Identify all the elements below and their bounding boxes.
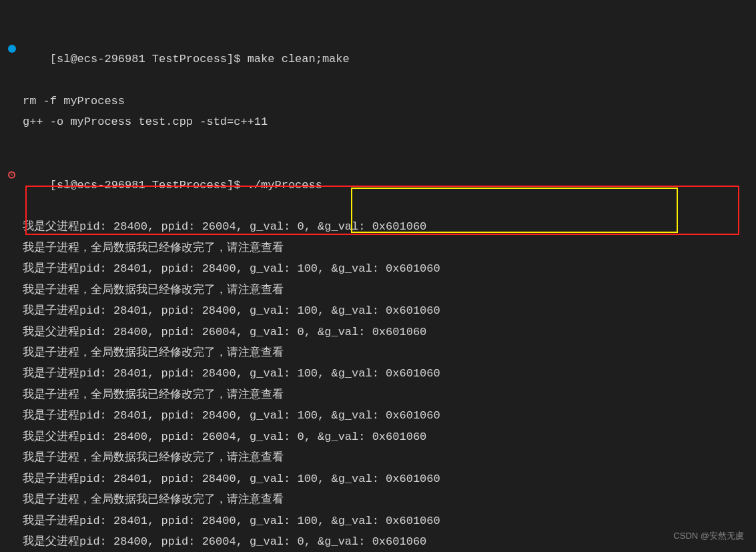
terminal-line: 我是子进程pid: 28401, ppid: 28400, g_val: 100…: [7, 258, 749, 279]
output-text: 我是子进程pid: 28401, ppid: 28400, g_val: 100…: [23, 367, 440, 380]
error-dot-icon: [8, 171, 15, 178]
terminal-line: 我是子进程pid: 28401, ppid: 28400, g_val: 100…: [7, 511, 749, 531]
watermark-text: CSDN @安然无虞: [673, 528, 744, 544]
terminal-line: 我是父进程pid: 28400, ppid: 26004, g_val: 0, …: [7, 322, 749, 342]
output-text: rm -f myProcess: [23, 95, 125, 107]
terminal[interactable]: [sl@ecs-296981 TestProcess]$ make clean;…: [7, 7, 749, 552]
terminal-line: 我是子进程，全局数据我已经修改完了，请注意查看: [7, 342, 749, 363]
terminal-line: 我是子进程pid: 28401, ppid: 28400, g_val: 100…: [7, 300, 749, 321]
output-text: 我是子进程pid: 28401, ppid: 28400, g_val: 100…: [23, 473, 440, 485]
output-text: 我是父进程pid: 28400, ppid: 26004, g_val: 0, …: [23, 535, 426, 548]
terminal-line: 我是子进程，全局数据我已经修改完了，请注意查看: [7, 238, 749, 258]
terminal-line: 我是子进程pid: 28401, ppid: 28400, g_val: 100…: [7, 363, 749, 384]
output-text: 我是子进程，全局数据我已经修改完了，请注意查看: [23, 346, 284, 359]
terminal-line: [sl@ecs-296981 TestProcess]$ ./myProcess: [7, 133, 749, 217]
output-text: 我是子进程，全局数据我已经修改完了，请注意查看: [23, 284, 284, 296]
terminal-line: 我是子进程pid: 28401, ppid: 28400, g_val: 100…: [7, 405, 749, 426]
command-text: ./myProcess: [248, 179, 322, 192]
terminal-line: 我是父进程pid: 28400, ppid: 26004, g_val: 0, …: [7, 216, 749, 237]
terminal-line: 我是子进程pid: 28401, ppid: 28400, g_val: 100…: [7, 469, 749, 489]
terminal-line: 我是子进程，全局数据我已经修改完了，请注意查看: [7, 447, 749, 468]
output-text: g++ -o myProcess test.cpp -std=c++11: [23, 115, 268, 128]
output-text: 我是父进程pid: 28400, ppid: 26004, g_val: 0, …: [23, 431, 426, 443]
output-text: 我是父进程pid: 28400, ppid: 26004, g_val: 0, …: [23, 326, 426, 338]
output-text: 我是子进程pid: 28401, ppid: 28400, g_val: 100…: [23, 515, 440, 527]
status-dot-icon: [8, 45, 16, 53]
terminal-line: 我是子进程，全局数据我已经修改完了，请注意查看: [7, 384, 749, 405]
output-text: 我是子进程pid: 28401, ppid: 28400, g_val: 100…: [23, 409, 440, 422]
terminal-line: [sl@ecs-296981 TestProcess]$ make clean;…: [7, 7, 749, 91]
terminal-line: g++ -o myProcess test.cpp -std=c++11: [7, 111, 749, 132]
prompt: [sl@ecs-296981 TestProcess]$: [50, 53, 248, 65]
output-text: 我是子进程pid: 28401, ppid: 28400, g_val: 100…: [23, 304, 440, 317]
output-text: 我是子进程pid: 28401, ppid: 28400, g_val: 100…: [23, 262, 440, 275]
output-text: 我是父进程pid: 28400, ppid: 26004, g_val: 0, …: [23, 220, 426, 233]
terminal-line: 我是子进程，全局数据我已经修改完了，请注意查看: [7, 280, 749, 300]
terminal-line: 我是父进程pid: 28400, ppid: 26004, g_val: 0, …: [7, 427, 749, 447]
prompt: [sl@ecs-296981 TestProcess]$: [50, 179, 248, 192]
terminal-line: 我是子进程，全局数据我已经修改完了，请注意查看: [7, 489, 749, 510]
output-text: 我是子进程，全局数据我已经修改完了，请注意查看: [23, 242, 284, 254]
terminal-line: 我是父进程pid: 28400, ppid: 26004, g_val: 0, …: [7, 531, 749, 552]
terminal-line: rm -f myProcess: [7, 91, 749, 111]
command-text: make clean;make: [248, 53, 350, 65]
output-text: 我是子进程，全局数据我已经修改完了，请注意查看: [23, 451, 284, 464]
output-text: 我是子进程，全局数据我已经修改完了，请注意查看: [23, 388, 284, 401]
output-text: 我是子进程，全局数据我已经修改完了，请注意查看: [23, 493, 284, 506]
